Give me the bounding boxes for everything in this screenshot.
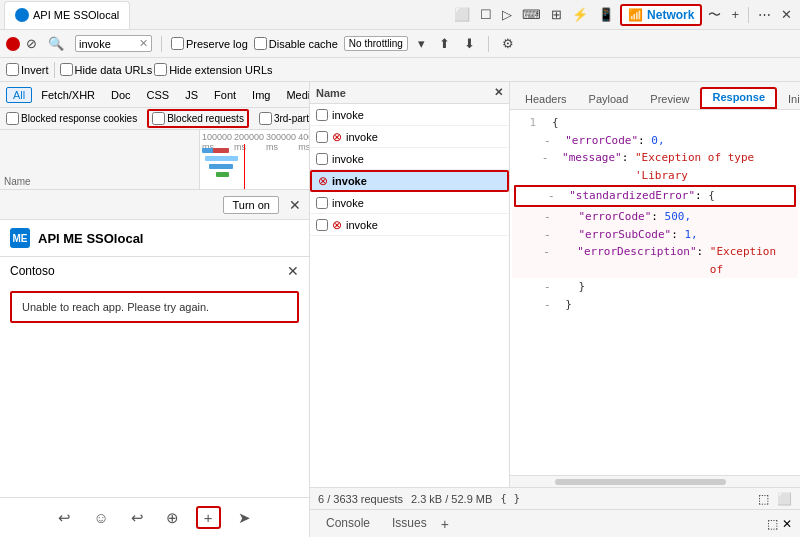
- dock-right-icon-btn[interactable]: ⬜: [777, 492, 792, 506]
- tab-favicon: [15, 8, 29, 22]
- row5-checkbox[interactable]: [316, 197, 328, 209]
- add-button[interactable]: +: [196, 506, 221, 529]
- network-tab-label: Network: [647, 8, 694, 22]
- filter-font-btn[interactable]: Font: [207, 87, 243, 103]
- blocked-requests-checkbox[interactable]: Blocked requests: [147, 109, 249, 128]
- request-row[interactable]: invoke: [310, 104, 509, 126]
- record-button[interactable]: [6, 37, 20, 51]
- clear-button[interactable]: ⊘: [26, 36, 37, 51]
- search-input[interactable]: [79, 38, 139, 50]
- tab-initiator[interactable]: Initiator: [777, 90, 800, 109]
- row6-checkbox[interactable]: [316, 219, 328, 231]
- throttle-button[interactable]: No throttling: [344, 36, 408, 51]
- response-content: 1 { - "errorCode" : 0, - "message": [510, 110, 800, 475]
- search-button[interactable]: 🔍: [43, 34, 69, 53]
- issues-tab-btn[interactable]: Issues: [384, 514, 435, 534]
- disable-cache-checkbox[interactable]: Disable cache: [254, 37, 338, 50]
- filter-js-btn[interactable]: JS: [178, 87, 205, 103]
- close-panel-button[interactable]: ✕: [289, 197, 301, 213]
- contoso-close-button[interactable]: ✕: [287, 263, 299, 279]
- error-text: Unable to reach app. Please try again.: [22, 301, 209, 313]
- disable-cache-input[interactable]: [254, 37, 267, 50]
- undock-icon-btn[interactable]: ⬚: [758, 492, 769, 506]
- timeline-marker: [244, 144, 245, 189]
- sso-title: API ME SSOlocal: [38, 231, 143, 246]
- export-icon[interactable]: ⬇: [460, 34, 479, 53]
- console-undock-icon[interactable]: ⬚: [767, 517, 778, 531]
- tab-preview[interactable]: Preview: [639, 90, 700, 109]
- send-icon-btn[interactable]: ➤: [233, 506, 256, 530]
- detail-tabs: Headers Payload Preview Response Initiat…: [510, 82, 800, 110]
- settings-icon[interactable]: ⚙: [498, 34, 518, 53]
- console-close-icon[interactable]: ✕: [782, 517, 792, 531]
- add-console-tab-btn[interactable]: +: [441, 516, 449, 532]
- network-tab[interactable]: 📶 Network: [620, 4, 702, 26]
- sources-icon[interactable]: ⌨: [518, 5, 545, 24]
- search-wrap: ✕: [75, 35, 152, 52]
- sso-title-row: ME API ME SSOlocal: [0, 220, 309, 257]
- blocked-cookies-checkbox[interactable]: Blocked response cookies: [6, 112, 137, 125]
- preserve-log-input[interactable]: [171, 37, 184, 50]
- inspector-icon[interactable]: ☐: [476, 5, 496, 24]
- request-list: Name ✕ invoke ⊗ invoke invoke ⊗ i: [310, 82, 510, 487]
- row3-checkbox[interactable]: [316, 153, 328, 165]
- request-row-selected[interactable]: ⊗ invoke: [310, 170, 509, 192]
- request-row[interactable]: invoke: [310, 192, 509, 214]
- filter-all-btn[interactable]: All: [6, 87, 32, 103]
- hide-data-urls-checkbox[interactable]: Hide data URLs: [60, 63, 153, 76]
- device-icon[interactable]: 📱: [594, 5, 618, 24]
- json-line-9: - }: [512, 296, 798, 314]
- hide-ext-urls-checkbox[interactable]: Hide extension URLs: [154, 63, 272, 76]
- elements-icon[interactable]: ⊞: [547, 5, 566, 24]
- turn-on-button[interactable]: Turn on: [223, 196, 279, 214]
- blocked-requests-input[interactable]: [152, 112, 165, 125]
- third-party-input[interactable]: [259, 112, 272, 125]
- add-tab-icon[interactable]: +: [727, 5, 743, 24]
- close-devtools-icon[interactable]: ✕: [777, 5, 796, 24]
- filter-media-btn[interactable]: Media: [279, 87, 310, 103]
- performance-insights-icon[interactable]: 〜: [704, 4, 725, 26]
- preserve-log-checkbox[interactable]: Preserve log: [171, 37, 248, 50]
- request-row[interactable]: invoke: [310, 148, 509, 170]
- scrollbar-thumb[interactable]: [555, 479, 727, 485]
- attach-icon-btn[interactable]: ↩: [126, 506, 149, 530]
- tab-response[interactable]: Response: [700, 87, 777, 109]
- emoji-icon-btn[interactable]: ☺: [88, 506, 113, 529]
- requests-count: 6 / 3633 requests: [318, 493, 403, 505]
- network-split: Name ✕ invoke ⊗ invoke invoke ⊗ i: [310, 82, 800, 487]
- row2-checkbox[interactable]: [316, 131, 328, 143]
- filter-fetch-btn[interactable]: Fetch/XHR: [34, 87, 102, 103]
- invert-checkbox[interactable]: Invert: [6, 63, 49, 76]
- console-icon[interactable]: ▷: [498, 5, 516, 24]
- screenshot-icon[interactable]: ⬜: [450, 5, 474, 24]
- performance-icon[interactable]: ⚡: [568, 5, 592, 24]
- clear-search-icon[interactable]: ✕: [139, 37, 148, 50]
- name-header-label: Name: [4, 176, 31, 187]
- undo-icon-btn[interactable]: ↩: [53, 506, 76, 530]
- sep1: [161, 36, 162, 52]
- request-row[interactable]: ⊗ invoke: [310, 126, 509, 148]
- third-party-checkbox[interactable]: 3rd-party requests: [259, 112, 310, 125]
- import-icon[interactable]: ⬆: [435, 34, 454, 53]
- filter-css-btn[interactable]: CSS: [140, 87, 177, 103]
- tab-payload[interactable]: Payload: [578, 90, 640, 109]
- throttle-down-icon[interactable]: ▾: [414, 34, 429, 53]
- resize-handle[interactable]: ✕: [494, 86, 503, 99]
- json-line-5: - "errorCode" : 500,: [512, 208, 798, 226]
- sso-panel: All Fetch/XHR Doc CSS JS Font Img Media …: [0, 82, 310, 537]
- request-row[interactable]: ⊗ invoke: [310, 214, 509, 236]
- horizontal-scrollbar[interactable]: [510, 475, 800, 487]
- mention-icon-btn[interactable]: ⊕: [161, 506, 184, 530]
- filter-doc-btn[interactable]: Doc: [104, 87, 138, 103]
- blocked-cookies-input[interactable]: [6, 112, 19, 125]
- more-tools-icon[interactable]: ⋯: [754, 5, 775, 24]
- row1-checkbox[interactable]: [316, 109, 328, 121]
- size-info: 2.3 kB / 52.9 MB: [411, 493, 492, 505]
- invert-input[interactable]: [6, 63, 19, 76]
- filter-img-btn[interactable]: Img: [245, 87, 277, 103]
- hide-data-urls-input[interactable]: [60, 63, 73, 76]
- hide-ext-urls-input[interactable]: [154, 63, 167, 76]
- active-tab[interactable]: API ME SSOlocal: [4, 1, 130, 29]
- tab-headers[interactable]: Headers: [514, 90, 578, 109]
- console-tab-btn[interactable]: Console: [318, 514, 378, 534]
